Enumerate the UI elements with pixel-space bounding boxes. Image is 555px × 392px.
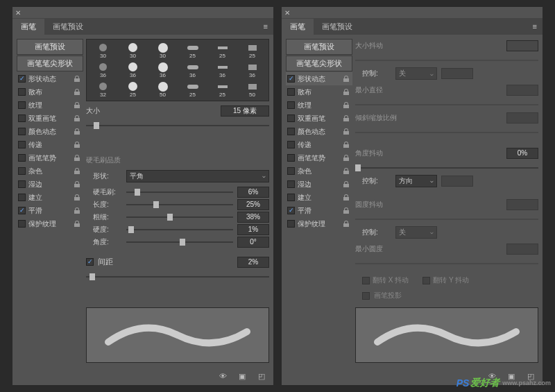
preset-item[interactable]: 30 [148, 42, 177, 60]
brush-presets-button[interactable]: 画笔预设 [286, 39, 352, 55]
overlay-icon[interactable]: ◰ [255, 370, 268, 382]
lock-icon[interactable] [341, 114, 351, 123]
lock-icon[interactable] [72, 167, 82, 176]
preset-item[interactable]: 50 [238, 80, 266, 99]
size-control-dropdown[interactable]: 关⌵ [395, 67, 437, 80]
option-checkbox[interactable] [18, 101, 26, 109]
lock-icon[interactable] [341, 180, 351, 189]
preset-item[interactable]: 36 [148, 61, 177, 79]
sidebar-option-5[interactable]: 传递 [17, 138, 83, 151]
sidebar-option-2[interactable]: 纹理 [17, 99, 83, 112]
new-preset-icon[interactable]: ▣ [236, 370, 248, 382]
sidebar-option-4[interactable]: 颜色动态 [17, 125, 83, 138]
lock-icon[interactable] [341, 101, 351, 110]
option-checkbox[interactable] [287, 128, 295, 135]
preset-item[interactable]: 30 [119, 42, 147, 60]
slider-value[interactable] [237, 187, 269, 198]
sidebar-option-11[interactable]: 保护纹理 [17, 217, 83, 230]
tab-presets[interactable]: 画笔预设 [314, 19, 361, 35]
sidebar-option-6[interactable]: 画笔笔势 [286, 151, 352, 164]
lock-icon[interactable] [341, 74, 351, 84]
lock-icon[interactable] [72, 206, 82, 216]
slider[interactable] [126, 237, 233, 247]
sidebar-option-2[interactable]: 纹理 [286, 99, 352, 112]
lock-icon[interactable] [341, 87, 351, 97]
sidebar-option-9[interactable]: 建立 [17, 191, 83, 204]
option-checkbox[interactable] [287, 101, 295, 109]
spacing-checkbox[interactable] [86, 258, 94, 266]
preset-item[interactable]: 25 [178, 42, 207, 60]
close-icon[interactable]: ✕ [284, 9, 290, 17]
preset-item[interactable]: 25 [208, 42, 237, 60]
lock-icon[interactable] [341, 167, 351, 176]
preset-item[interactable]: 36 [178, 61, 207, 79]
preset-item[interactable]: 36 [119, 61, 147, 79]
tab-brush[interactable]: 画笔 [12, 19, 44, 35]
angle-jitter-slider[interactable] [355, 163, 538, 171]
option-checkbox[interactable] [287, 114, 295, 122]
option-checkbox[interactable] [18, 114, 26, 122]
sidebar-option-3[interactable]: 双重画笔 [286, 112, 352, 125]
flip-y-checkbox[interactable] [422, 277, 430, 284]
lock-icon[interactable] [72, 140, 82, 150]
lock-icon[interactable] [72, 87, 82, 97]
slider[interactable] [126, 212, 233, 222]
option-checkbox[interactable] [287, 207, 295, 214]
lock-icon[interactable] [72, 74, 82, 84]
lock-icon[interactable] [341, 219, 351, 229]
option-checkbox[interactable] [287, 75, 295, 83]
option-checkbox[interactable] [287, 180, 295, 188]
slider-value[interactable] [237, 199, 269, 210]
sidebar-option-1[interactable]: 散布 [17, 85, 83, 99]
lock-icon[interactable] [341, 127, 351, 137]
option-checkbox[interactable] [18, 220, 26, 228]
size-input[interactable] [221, 105, 269, 117]
tab-brush[interactable]: 画笔 [282, 19, 314, 35]
spacing-slider[interactable] [86, 272, 269, 302]
sidebar-option-8[interactable]: 湿边 [286, 178, 352, 191]
flip-x-checkbox[interactable] [362, 277, 370, 284]
lock-icon[interactable] [72, 180, 82, 189]
preset-item[interactable]: 25 [208, 80, 237, 99]
sidebar-option-4[interactable]: 颜色动态 [286, 125, 352, 138]
lock-icon[interactable] [72, 193, 82, 203]
lock-icon[interactable] [72, 114, 82, 123]
sidebar-option-10[interactable]: 平滑 [286, 204, 352, 217]
option-checkbox[interactable] [287, 154, 295, 162]
sidebar-option-0[interactable]: 形状动态 [286, 72, 352, 85]
lock-icon[interactable] [72, 101, 82, 110]
option-checkbox[interactable] [287, 167, 295, 175]
sidebar-option-3[interactable]: 双重画笔 [17, 112, 83, 125]
preset-item[interactable]: 25 [178, 80, 207, 99]
lock-icon[interactable] [341, 140, 351, 150]
sidebar-option-11[interactable]: 保护纹理 [286, 217, 352, 230]
option-checkbox[interactable] [18, 75, 26, 83]
sidebar-option-9[interactable]: 建立 [286, 191, 352, 204]
option-checkbox[interactable] [287, 141, 295, 148]
preset-item[interactable]: 25 [119, 80, 147, 99]
size-jitter-input[interactable] [506, 40, 538, 51]
option-checkbox[interactable] [287, 88, 295, 96]
option-checkbox[interactable] [18, 88, 26, 96]
preset-item[interactable]: 50 [148, 80, 177, 99]
slider[interactable] [126, 200, 233, 210]
sidebar-option-7[interactable]: 杂色 [286, 164, 352, 178]
option-checkbox[interactable] [18, 207, 26, 214]
preset-item[interactable]: 36 [89, 61, 117, 79]
option-checkbox[interactable] [18, 154, 26, 162]
spacing-input[interactable] [237, 257, 269, 268]
lock-icon[interactable] [341, 193, 351, 203]
slider[interactable] [126, 187, 233, 197]
toggle-preview-icon[interactable]: 👁 [216, 370, 229, 382]
option-checkbox[interactable] [287, 220, 295, 228]
lock-icon[interactable] [72, 153, 82, 163]
preset-item[interactable]: 30 [89, 42, 117, 60]
sidebar-option-5[interactable]: 传递 [286, 138, 352, 151]
option-checkbox[interactable] [18, 194, 26, 201]
preset-item[interactable]: 32 [89, 80, 117, 99]
preset-item[interactable]: 36 [238, 61, 266, 79]
lock-icon[interactable] [72, 127, 82, 137]
option-checkbox[interactable] [287, 194, 295, 201]
slider-value[interactable] [237, 237, 269, 248]
lock-icon[interactable] [72, 219, 82, 229]
